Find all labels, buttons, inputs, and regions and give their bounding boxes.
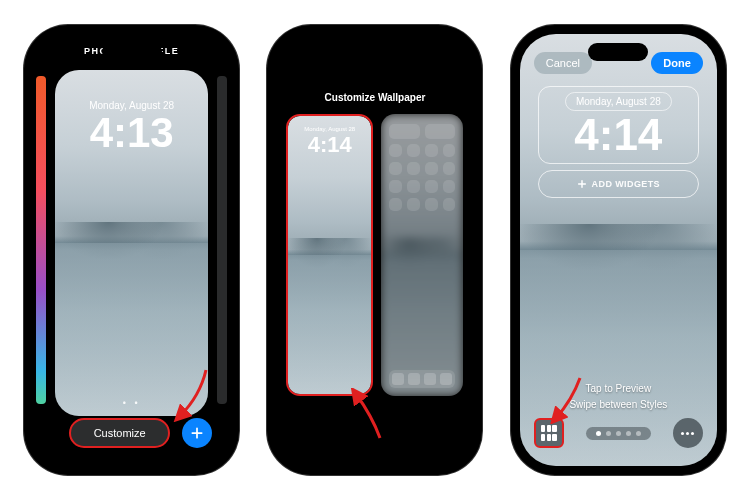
photo-grid-button[interactable] — [534, 418, 564, 448]
home-app-grid — [389, 124, 456, 211]
annotation-arrow-2 — [348, 388, 388, 442]
tap-to-preview-hint: Tap to Preview — [520, 383, 717, 394]
phone-mockup-3: Cancel Done Monday, August 28 4:14 ADD W… — [511, 25, 726, 475]
ellipsis-icon — [681, 432, 694, 435]
plus-icon — [190, 426, 204, 440]
add-widgets-button[interactable]: ADD WIDGETS — [538, 170, 699, 198]
adjacent-wallpaper-left[interactable] — [36, 76, 46, 404]
lockscreen-time: 4:13 — [55, 112, 208, 154]
phone-mockup-2: Customize Wallpaper Monday, August 28 4:… — [267, 25, 482, 475]
done-button[interactable]: Done — [651, 52, 703, 74]
swipe-styles-hint: Swipe between Styles — [520, 399, 717, 410]
home-screen-panel[interactable]: Home Screen — [381, 114, 464, 396]
screen-3: Cancel Done Monday, August 28 4:14 ADD W… — [520, 34, 717, 466]
dynamic-island — [588, 43, 648, 61]
wallpaper-card[interactable]: Monday, August 28 4:13 — [55, 70, 208, 416]
dynamic-island — [345, 43, 405, 61]
style-page-indicator[interactable] — [586, 427, 651, 440]
wallpaper-photo — [288, 116, 371, 394]
editor-bottom-bar — [534, 418, 703, 448]
screen-2: Customize Wallpaper Monday, August 28 4:… — [276, 34, 473, 466]
add-widgets-label: ADD WIDGETS — [592, 179, 660, 189]
cancel-button[interactable]: Cancel — [534, 52, 592, 74]
add-wallpaper-button[interactable] — [182, 418, 212, 448]
plus-icon — [577, 179, 587, 189]
more-options-button[interactable] — [673, 418, 703, 448]
date-widget[interactable]: Monday, August 28 — [565, 92, 672, 111]
home-dock — [389, 370, 456, 388]
page-indicator: • • — [33, 398, 230, 408]
customize-button[interactable]: Customize — [69, 418, 170, 448]
dynamic-island — [102, 43, 162, 61]
lock-screen-panel[interactable]: Monday, August 28 4:14 Lock Screen — [286, 114, 373, 396]
adjacent-wallpaper-right[interactable] — [217, 76, 227, 404]
time-widget[interactable]: 4:14 — [547, 113, 690, 157]
customize-panels: Monday, August 28 4:14 Lock Screen Home … — [286, 114, 463, 396]
grid-icon — [541, 425, 557, 441]
screen-1: PHOTO SHUFFLE Monday, August 28 4:13 • •… — [33, 34, 230, 466]
lockscreen-time: 4:14 — [288, 134, 371, 156]
phone-mockup-1: PHOTO SHUFFLE Monday, August 28 4:13 • •… — [24, 25, 239, 475]
customize-wallpaper-title: Customize Wallpaper — [276, 92, 473, 103]
clock-widget-area[interactable]: Monday, August 28 4:14 — [538, 86, 699, 164]
